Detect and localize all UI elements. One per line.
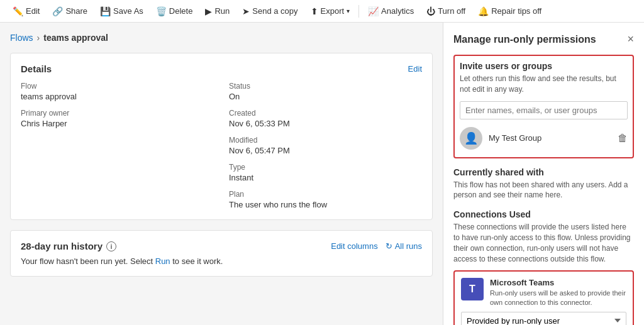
run-history-actions: Edit columns ↻ All runs	[331, 241, 422, 251]
connection-item: T Microsoft Teams Run-only users will be…	[453, 270, 634, 325]
breadcrumb-current: teams approval	[43, 33, 108, 43]
detail-type-value: Instant	[229, 173, 422, 182]
detail-status-value: On	[229, 92, 422, 101]
turn-off-button[interactable]: ⏻ Turn off	[421, 4, 470, 19]
refresh-icon: ↻	[386, 241, 392, 251]
detail-type: Type Instant	[229, 163, 422, 182]
run-icon: ▶	[205, 6, 212, 16]
group-info: 👤 My Test Group	[460, 127, 541, 150]
connections-section-title: Connections Used	[453, 209, 634, 219]
run-history-header: 28-day run history i Edit columns ↻ All …	[21, 241, 422, 251]
detail-primary-owner: Primary owner Chris Harper	[21, 109, 214, 128]
main-layout: Flows › teams approval Details Edit Flow…	[0, 23, 644, 325]
teams-icon: T	[461, 278, 484, 300]
detail-flow-label: Flow	[21, 82, 214, 91]
details-grid: Flow teams approval Status On Primary ow…	[21, 82, 422, 209]
run-history-title-group: 28-day run history i	[21, 241, 116, 251]
invite-section-title: Invite users or groups	[460, 61, 628, 71]
export-button[interactable]: ⬆ Export ▾	[306, 4, 355, 19]
detail-plan-value: The user who runs the flow	[229, 200, 422, 209]
group-item: 👤 My Test Group 🗑	[460, 124, 628, 152]
repair-tips-button[interactable]: 🔔 Repair tips off	[473, 4, 547, 19]
detail-flow-value: teams approval	[21, 92, 214, 101]
toolbar-divider	[358, 5, 359, 18]
toolbar: ✏️ Edit 🔗 Share 💾 Save As 🗑️ Delete ▶ Ru…	[0, 0, 644, 23]
detail-owner-value: Chris Harper	[21, 119, 214, 128]
save-as-icon: 💾	[100, 6, 111, 16]
shared-section-desc: This flow has not been shared with any u…	[453, 180, 634, 201]
breadcrumb-separator: ›	[37, 33, 40, 43]
run-link[interactable]: Run	[155, 256, 170, 266]
detail-plan: Plan The user who runs the flow	[229, 190, 422, 209]
detail-modified-value: Nov 6, 05:47 PM	[229, 146, 422, 155]
export-icon: ⬆	[311, 6, 318, 16]
close-panel-button[interactable]: ×	[627, 33, 634, 46]
breadcrumb-parent[interactable]: Flows	[10, 33, 33, 43]
details-card: Details Edit Flow teams approval Status …	[10, 53, 433, 220]
edit-button[interactable]: ✏️ Edit	[8, 4, 45, 19]
save-as-button[interactable]: 💾 Save As	[95, 4, 148, 19]
connection-header: T Microsoft Teams Run-only users will be…	[461, 278, 626, 307]
detail-modified-label: Modified	[229, 136, 422, 145]
connection-info: Microsoft Teams Run-only users will be a…	[490, 278, 626, 307]
detail-owner-label: Primary owner	[21, 109, 214, 118]
connection-desc: Run-only users will be asked to provide …	[490, 289, 626, 307]
edit-columns-button[interactable]: Edit columns	[331, 241, 377, 251]
panel-title: Manage run-only permissions	[453, 34, 596, 45]
details-edit-link[interactable]: Edit	[408, 64, 422, 74]
left-content: Flows › teams approval Details Edit Flow…	[0, 23, 443, 325]
analytics-button[interactable]: 📈 Analytics	[363, 4, 419, 19]
edit-icon: ✏️	[13, 6, 23, 16]
send-copy-icon: ➤	[242, 6, 250, 16]
detail-plan-label: Plan	[229, 190, 422, 199]
detail-empty-1	[21, 136, 214, 155]
detail-created: Created Nov 6, 05:33 PM	[229, 109, 422, 128]
invite-section: Invite users or groups Let others run th…	[453, 55, 634, 158]
connections-section-desc: These connections will provide the users…	[453, 222, 634, 264]
run-history-title: 28-day run history	[21, 241, 103, 251]
export-chevron-icon: ▾	[347, 8, 350, 14]
connection-dropdown[interactable]: Provided by run-only user Use this conne…	[461, 312, 626, 325]
detail-status-label: Status	[229, 82, 422, 91]
detail-flow: Flow teams approval	[21, 82, 214, 101]
detail-empty-3	[21, 190, 214, 209]
invite-section-desc: Let others run this flow and see the res…	[460, 74, 628, 95]
avatar: 👤	[460, 127, 482, 150]
details-card-header: Details Edit	[21, 63, 422, 74]
shared-section: Currently shared with This flow has not …	[453, 167, 634, 201]
detail-empty-2	[21, 163, 214, 182]
panel-header: Manage run-only permissions ×	[453, 33, 634, 46]
detail-modified: Modified Nov 6, 05:47 PM	[229, 136, 422, 155]
repair-tips-icon: 🔔	[478, 6, 489, 16]
delete-icon: 🗑️	[156, 6, 167, 16]
delete-group-button[interactable]: 🗑	[618, 133, 628, 144]
run-history-empty-message: Your flow hasn't been run yet. Select Ru…	[21, 256, 422, 266]
delete-button[interactable]: 🗑️ Delete	[151, 4, 198, 19]
detail-type-label: Type	[229, 163, 422, 172]
connection-name: Microsoft Teams	[490, 278, 626, 287]
breadcrumb: Flows › teams approval	[10, 33, 433, 43]
detail-status: Status On	[229, 82, 422, 101]
analytics-icon: 📈	[368, 6, 379, 16]
avatar-icon: 👤	[464, 131, 478, 145]
detail-created-value: Nov 6, 05:33 PM	[229, 119, 422, 128]
share-button[interactable]: 🔗 Share	[47, 4, 92, 19]
run-history-card: 28-day run history i Edit columns ↻ All …	[10, 230, 433, 277]
send-copy-button[interactable]: ➤ Send a copy	[237, 4, 303, 19]
run-history-info-icon[interactable]: i	[106, 241, 116, 251]
connection-dropdown-wrapper: Provided by run-only user Use this conne…	[461, 312, 626, 325]
all-runs-button[interactable]: ↻ All runs	[386, 241, 422, 251]
invite-input[interactable]	[460, 101, 628, 119]
group-name: My Test Group	[489, 133, 541, 143]
run-button[interactable]: ▶ Run	[200, 4, 235, 19]
detail-created-label: Created	[229, 109, 422, 118]
shared-section-title: Currently shared with	[453, 167, 634, 177]
turn-off-icon: ⏻	[426, 6, 435, 16]
right-panel: Manage run-only permissions × Invite use…	[443, 23, 644, 325]
connections-section: Connections Used These connections will …	[453, 209, 634, 325]
details-title: Details	[21, 63, 52, 74]
share-icon: 🔗	[52, 6, 63, 16]
